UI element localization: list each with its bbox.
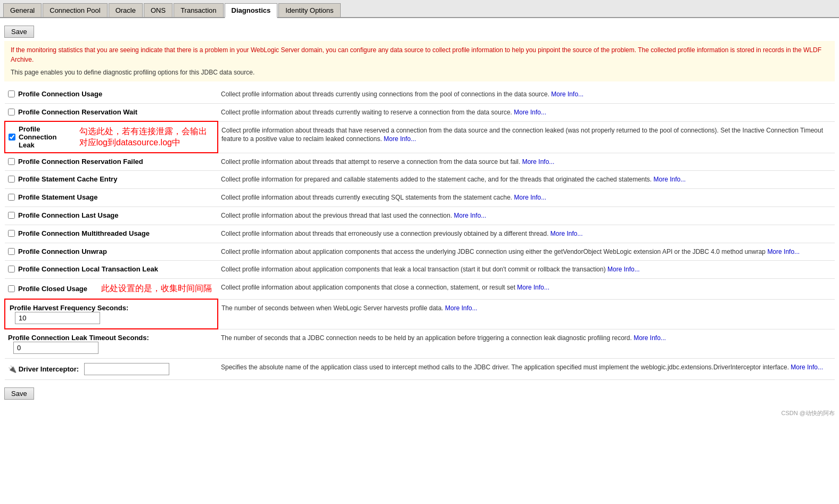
- more-link-pcClosed[interactable]: More Info...: [517, 284, 549, 291]
- checkbox-row-pcMultithreaded: Profile Connection Multithreaded UsageCo…: [5, 225, 835, 243]
- more-link-pcLocalTx[interactable]: More Info...: [607, 266, 640, 273]
- checkbox-pcStatementCache[interactable]: [8, 176, 15, 183]
- field-label-driverInterceptor: Driver Interceptor:: [19, 365, 79, 373]
- tab-ons[interactable]: ONS: [144, 3, 172, 17]
- more-link-driverInterceptor[interactable]: More Info...: [791, 363, 823, 371]
- driver-interceptor-icon: 🔌: [8, 365, 19, 373]
- checkbox-row-pcLeak: Profile Connection Leak勾选此处，若有连接泄露，会输出对应…: [5, 121, 835, 153]
- description-pcReservationWait: Collect profile information about thread…: [218, 103, 835, 121]
- settings-table: Profile Connection UsageCollect profile …: [4, 86, 835, 380]
- tab-connection-pool[interactable]: Connection Pool: [43, 3, 107, 17]
- checkbox-label-pcMultithreaded: Profile Connection Multithreaded Usage: [18, 229, 150, 237]
- checkbox-pcMultithreaded[interactable]: [8, 230, 15, 237]
- field-label-harvestFreq: Profile Harvest Frequency Seconds:: [10, 304, 128, 312]
- checkbox-row-pcStatementUsage: Profile Statement UsageCollect profile i…: [5, 189, 835, 207]
- description-pcUnwrap: Collect profile information about applic…: [218, 243, 835, 261]
- field-description-leakTimeout: The number of seconds that a JDBC connec…: [218, 329, 835, 359]
- checkbox-label-pcStatementUsage: Profile Statement Usage: [18, 193, 98, 201]
- checkbox-row-pcReservationWait: Profile Connection Reservation WaitColle…: [5, 103, 835, 121]
- tab-transaction[interactable]: Transaction: [174, 3, 223, 17]
- field-row-driverInterceptor: 🔌 Driver Interceptor:Specifies the absol…: [5, 359, 835, 380]
- checkbox-row-pcUnwrap: Profile Connection UnwrapCollect profile…: [5, 243, 835, 261]
- checkbox-pcLocalTx[interactable]: [8, 266, 15, 272]
- checkbox-row-pcClosed: Profile Closed Usage此处设置的是，收集时间间隔Collect…: [5, 279, 835, 300]
- field-input-driverInterceptor[interactable]: [84, 363, 169, 375]
- checkbox-label-pcLeak: Profile Connection Leak: [19, 125, 65, 149]
- field-input-harvestFreq[interactable]: [15, 312, 100, 324]
- checkbox-label-pcLastUsage: Profile Connection Last Usage: [18, 211, 119, 219]
- info-sub-text: This page enables you to define diagnost…: [11, 68, 828, 77]
- more-link-leakTimeout[interactable]: More Info...: [634, 334, 666, 342]
- description-pcStatementCache: Collect profile information for prepared…: [218, 171, 835, 189]
- annotation2-pcClosed: 此处设置的是，收集时间间隔: [101, 283, 212, 294]
- description-pcLastUsage: Collect profile information about the pr…: [218, 206, 835, 225]
- more-link-pcReservationFailed[interactable]: More Info...: [522, 158, 555, 166]
- checkbox-pcUsage[interactable]: [8, 90, 15, 97]
- description-pcLocalTx: Collect profile information about applic…: [218, 261, 835, 279]
- annotation-pcLeak: 勾选此处，若有连接泄露，会输出对应log到datasource.log中: [79, 126, 214, 148]
- checkbox-pcClosed[interactable]: [8, 285, 15, 292]
- tab-general[interactable]: General: [3, 3, 42, 17]
- more-link-pcUnwrap[interactable]: More Info...: [767, 248, 800, 255]
- more-link-pcMultithreaded[interactable]: More Info...: [550, 230, 583, 237]
- checkbox-label-pcClosed: Profile Closed Usage: [18, 285, 87, 293]
- checkbox-row-pcReservationFailed: Profile Connection Reservation FailedCol…: [5, 153, 835, 171]
- checkbox-label-pcLocalTx: Profile Connection Local Transaction Lea…: [18, 265, 158, 273]
- description-pcClosed: Collect profile information about applic…: [218, 279, 835, 300]
- field-row-harvestFreq: Profile Harvest Frequency Seconds:The nu…: [5, 299, 835, 329]
- more-link-pcUsage[interactable]: More Info...: [551, 90, 583, 98]
- checkbox-pcStatementUsage[interactable]: [8, 194, 15, 201]
- checkbox-row-pcLastUsage: Profile Connection Last UsageCollect pro…: [5, 206, 835, 225]
- field-label-leakTimeout: Profile Connection Leak Timeout Seconds:: [8, 334, 149, 342]
- more-link-pcReservationWait[interactable]: More Info...: [514, 109, 546, 116]
- description-pcUsage: Collect profile information about thread…: [218, 86, 835, 103]
- description-pcReservationFailed: Collect profile information about thread…: [218, 153, 835, 171]
- checkbox-label-pcUnwrap: Profile Connection Unwrap: [18, 247, 107, 255]
- checkbox-label-pcStatementCache: Profile Statement Cache Entry: [18, 175, 117, 183]
- info-main-text: If the monitoring statistics that you ar…: [11, 46, 821, 63]
- footer-text: CSDN @动快的阿布: [0, 407, 839, 419]
- checkbox-row-pcLocalTx: Profile Connection Local Transaction Lea…: [5, 261, 835, 279]
- info-box: If the monitoring statistics that you ar…: [4, 41, 835, 81]
- tab-oracle[interactable]: Oracle: [109, 3, 143, 17]
- checkbox-label-pcUsage: Profile Connection Usage: [18, 90, 102, 98]
- field-description-harvestFreq: The number of seconds between when WebLo…: [218, 299, 835, 329]
- checkbox-pcLastUsage[interactable]: [8, 212, 15, 219]
- more-link-pcLastUsage[interactable]: More Info...: [454, 212, 487, 219]
- field-input-leakTimeout[interactable]: [13, 342, 98, 354]
- checkbox-pcReservationFailed[interactable]: [8, 158, 15, 165]
- checkbox-pcReservationWait[interactable]: [8, 109, 15, 115]
- more-link-pcStatementUsage[interactable]: More Info...: [514, 194, 547, 201]
- checkbox-label-pcReservationWait: Profile Connection Reservation Wait: [18, 108, 137, 116]
- checkbox-row-pcStatementCache: Profile Statement Cache EntryCollect pro…: [5, 171, 835, 189]
- save-button-top[interactable]: Save: [4, 26, 34, 38]
- description-pcMultithreaded: Collect profile information about thread…: [218, 225, 835, 243]
- description-pcStatementUsage: Collect profile information about thread…: [218, 189, 835, 207]
- save-button-bottom[interactable]: Save: [4, 387, 34, 400]
- tab-bar: GeneralConnection PoolOracleONSTransacti…: [0, 0, 839, 18]
- more-link-pcStatementCache[interactable]: More Info...: [653, 176, 686, 183]
- description-pcLeak: Collect profile information about thread…: [218, 121, 835, 153]
- checkbox-pcUnwrap[interactable]: [8, 248, 15, 255]
- checkbox-label-pcReservationFailed: Profile Connection Reservation Failed: [18, 158, 143, 166]
- field-row-leakTimeout: Profile Connection Leak Timeout Seconds:…: [5, 329, 835, 359]
- checkbox-pcLeak[interactable]: [9, 134, 15, 141]
- more-link-harvestFreq[interactable]: More Info...: [445, 304, 478, 312]
- checkbox-row-pcUsage: Profile Connection UsageCollect profile …: [5, 86, 835, 103]
- tab-identity-options[interactable]: Identity Options: [278, 3, 340, 17]
- more-link-pcLeak[interactable]: More Info...: [384, 135, 416, 143]
- field-description-driverInterceptor: Specifies the absolute name of the appli…: [218, 359, 835, 380]
- tab-diagnostics[interactable]: Diagnostics: [225, 3, 278, 18]
